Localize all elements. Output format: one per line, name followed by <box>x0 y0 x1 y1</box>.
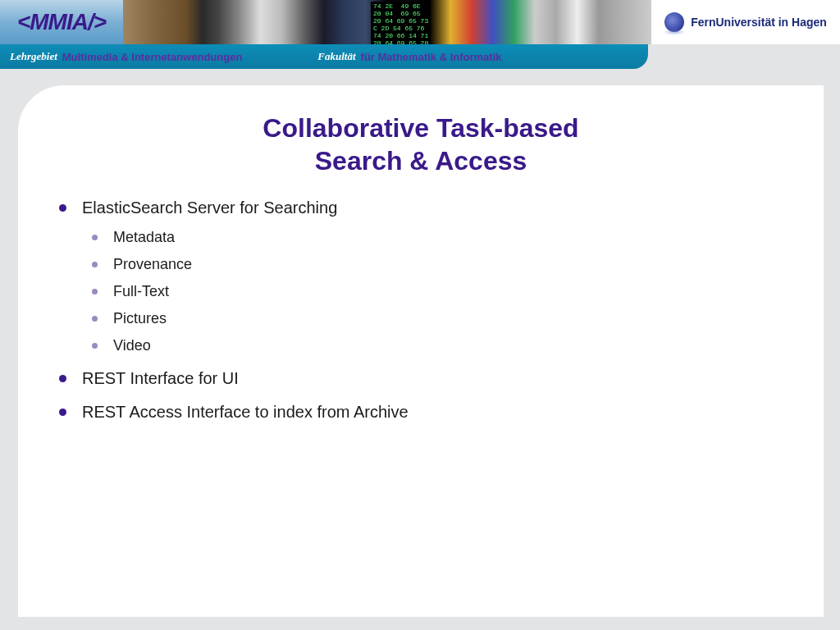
bullet-level2: Video <box>82 335 791 357</box>
bullet-level2: Pictures <box>82 308 791 330</box>
banner-imagery: 74 2E 49 6E 20 04 69 65 20 64 69 65 73 C… <box>123 0 651 44</box>
title-line-1: Collaborative Task-based <box>262 113 578 143</box>
globe-icon <box>664 12 684 32</box>
bullet-level2: Full-Text <box>82 281 791 303</box>
faculty-label: Fakultät <box>317 50 355 63</box>
bullet-level1: ElasticSearch Server for SearchingMetada… <box>51 196 791 357</box>
bullet-level2: Metadata <box>82 226 791 249</box>
bullet-text: REST Interface for UI <box>82 369 239 387</box>
slide-body: Collaborative Task-based Search & Access… <box>18 85 824 617</box>
bullet-level1: REST Interface for UI <box>51 367 791 390</box>
bullet-level2: Provenance <box>82 253 791 276</box>
mmia-logo: <MMIA/> <box>0 0 123 44</box>
bullet-level1: REST Access Interface to index from Arch… <box>51 400 791 424</box>
department-label: Lehrgebiet <box>10 50 57 63</box>
faculty-value: für Mathematik & Informatik <box>361 51 502 63</box>
bullet-text: REST Access Interface to index from Arch… <box>82 403 409 421</box>
title-line-2: Search & Access <box>315 146 527 176</box>
sub-bar: Lehrgebiet Multimedia & Internetanwendun… <box>0 44 648 69</box>
university-name: FernUniversität in Hagen <box>691 16 827 29</box>
slide-title: Collaborative Task-based Search & Access <box>18 112 824 177</box>
department-value: Multimedia & Internetanwendungen <box>62 51 243 63</box>
hex-code-decoration: 74 2E 49 6E 20 04 69 65 20 64 69 65 73 C… <box>371 2 431 44</box>
bullet-text: ElasticSearch Server for Searching <box>82 199 337 217</box>
banner-top: <MMIA/> 74 2E 49 6E 20 04 69 65 20 64 69… <box>0 0 840 44</box>
slide-content: ElasticSearch Server for SearchingMetada… <box>51 196 791 434</box>
banner-sub: Lehrgebiet Multimedia & Internetanwendun… <box>0 44 840 69</box>
university-brand: FernUniversität in Hagen <box>651 0 840 44</box>
